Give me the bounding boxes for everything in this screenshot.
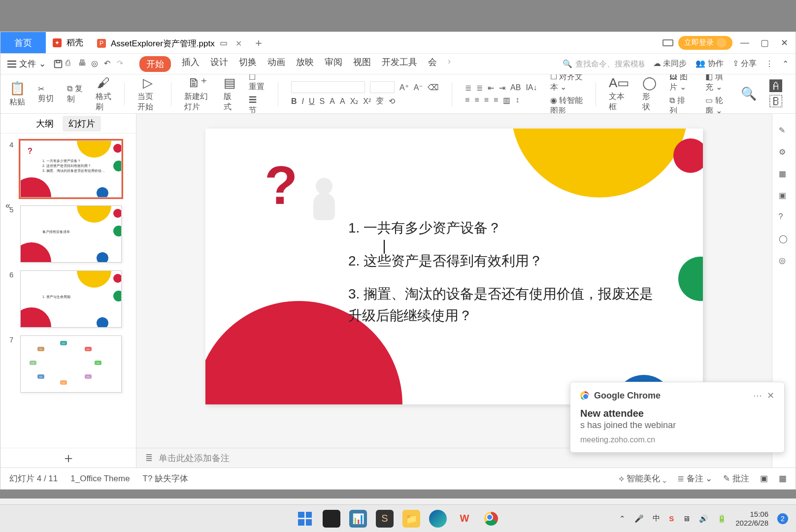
- layout-button[interactable]: ▤ 版式: [224, 75, 236, 112]
- add-slide-button[interactable]: ＋: [0, 448, 136, 467]
- system-clock[interactable]: 15:06 2022/6/28: [735, 510, 768, 528]
- taskbar-app-2[interactable]: 📊: [349, 510, 367, 528]
- save-icon[interactable]: [53, 59, 64, 69]
- paste-group[interactable]: 📋 粘贴: [9, 81, 25, 107]
- tray-sogou-icon[interactable]: S: [669, 514, 674, 523]
- tab-slideshow[interactable]: 放映: [296, 56, 314, 72]
- sorter-view-icon[interactable]: ▦: [779, 473, 787, 484]
- decrease-font-icon[interactable]: A⁻: [414, 83, 423, 92]
- columns-button[interactable]: ▥: [503, 96, 510, 105]
- align-right-button[interactable]: ≡: [484, 96, 489, 104]
- from-current-button[interactable]: ▷ 当页开始: [137, 75, 159, 112]
- thumbnail-list[interactable]: 4 ? 1. 一共有多少资产设备？2. 这些资产是否得到有效利用？3. 搁置、淘…: [0, 133, 136, 448]
- notes-toggle[interactable]: ≣ 备注 ⌄: [677, 473, 712, 484]
- outline-pane-tab[interactable]: 大纲: [36, 118, 54, 130]
- edge-icon[interactable]: [429, 510, 447, 528]
- char-border-button[interactable]: ⟲: [389, 97, 395, 106]
- tab-transition[interactable]: 切换: [239, 56, 257, 72]
- tray-battery-icon[interactable]: 🔋: [717, 514, 727, 523]
- tab-start[interactable]: 开始: [139, 56, 171, 72]
- slides-pane-tab[interactable]: 幻灯片: [63, 116, 101, 132]
- thumbnail-7[interactable]: 7 ▭ ▭ ▭ ▭ ▭ ▭ ▭ ▭: [9, 335, 127, 393]
- maximize-button[interactable]: ▢: [757, 37, 772, 48]
- document-tab[interactable]: P AssetExplorer资产管理.pptx ▭ ✕: [90, 32, 249, 53]
- char-case-button[interactable]: AB: [510, 83, 521, 92]
- clear-format-icon[interactable]: ⌫: [428, 83, 439, 92]
- find-button[interactable]: 🔍: [741, 86, 757, 101]
- font-color-button[interactable]: A: [330, 97, 335, 106]
- normal-view-icon[interactable]: ▣: [760, 473, 768, 484]
- docke-tab[interactable]: ✦ 稻壳: [46, 32, 90, 53]
- notifications-icon[interactable]: 2: [777, 513, 788, 524]
- justify-button[interactable]: ≡: [494, 96, 498, 104]
- increase-font-icon[interactable]: A⁺: [399, 83, 409, 92]
- chrome-notification[interactable]: Google Chrome ⋯ ✕ New attendee s has joi…: [570, 382, 785, 453]
- tray-chevron-icon[interactable]: ⌃: [619, 514, 626, 523]
- taskbar-app-1[interactable]: [323, 510, 340, 528]
- tab-review[interactable]: 审阅: [325, 56, 342, 72]
- thumbnail-5[interactable]: 5 客户持有设备清单: [9, 205, 127, 263]
- shapes-button[interactable]: ◯形状: [642, 75, 657, 112]
- copy-button[interactable]: ⧉ 复制: [67, 84, 83, 104]
- save-as-icon[interactable]: ⎙: [66, 59, 76, 69]
- selection-pane-icon[interactable]: ▣: [779, 191, 790, 201]
- strike-button[interactable]: S: [320, 97, 325, 106]
- animation-pane-icon[interactable]: ▦: [779, 169, 790, 180]
- bold-button[interactable]: B: [291, 97, 297, 106]
- tab-design[interactable]: 设计: [210, 56, 228, 72]
- highlight-button[interactable]: A: [340, 97, 345, 106]
- slide-canvas[interactable]: ? 1. 一共有多少资产设备？ 2. 这些资产是否得到有效利用？ 3. 搁置、淘…: [205, 129, 703, 404]
- tab-meeting[interactable]: 会: [428, 56, 437, 72]
- start-button[interactable]: [296, 510, 314, 528]
- new-tab-button[interactable]: ＋: [249, 32, 268, 53]
- notification-more-icon[interactable]: ⋯: [753, 390, 762, 401]
- textbox-button[interactable]: A▭文本框: [609, 75, 630, 112]
- present-icon[interactable]: ▭: [220, 38, 231, 49]
- reset-button[interactable]: ☐ 重置: [249, 74, 265, 92]
- numbering-button[interactable]: ≣: [476, 83, 483, 93]
- superscript-button[interactable]: X²: [363, 97, 371, 106]
- align-text-button[interactable]: ☐ 对齐文本 ⌄: [550, 74, 583, 93]
- italic-button[interactable]: I: [302, 97, 304, 106]
- format-painter-button[interactable]: 🖌 格式刷: [96, 75, 111, 112]
- wps-icon[interactable]: W: [456, 510, 473, 528]
- collapse-pane-icon[interactable]: «: [5, 200, 10, 211]
- file-menu[interactable]: 文件 ⌄: [7, 58, 46, 69]
- print-preview-icon[interactable]: ◎: [91, 59, 102, 69]
- collapse-ribbon-icon[interactable]: ⌃: [782, 59, 789, 68]
- notification-close-icon[interactable]: ✕: [767, 390, 774, 401]
- undo-icon[interactable]: ↶: [104, 59, 115, 69]
- sync-status[interactable]: ☁ 未同步: [653, 59, 687, 69]
- fill-button[interactable]: ◧ 填充 ⌄: [705, 74, 728, 93]
- smart-shape-button[interactable]: ◉ 转智能图形: [550, 96, 583, 114]
- line-spacing-button[interactable]: ↕: [515, 96, 519, 104]
- pictures-button[interactable]: 🖼 图片 ⌄: [669, 74, 693, 93]
- chrome-taskbar-icon[interactable]: [482, 510, 500, 528]
- tab-view[interactable]: 视图: [353, 56, 371, 72]
- collab-button[interactable]: 👥 协作: [696, 59, 723, 69]
- text-direction-button[interactable]: IA↓: [526, 83, 537, 92]
- phonetic-button[interactable]: 变: [376, 96, 384, 106]
- home-tab[interactable]: 首页: [0, 32, 46, 53]
- indent-more-button[interactable]: ⇥: [499, 83, 505, 93]
- design-ideas-icon[interactable]: ✎: [779, 126, 790, 136]
- settings-sliders-icon[interactable]: ⚙: [779, 147, 790, 158]
- tabs-overflow-icon[interactable]: ›: [448, 56, 451, 72]
- cut-button[interactable]: ✂ 剪切: [38, 84, 54, 104]
- beautify-button[interactable]: ⟡ 智能美化 ⌄: [619, 473, 666, 484]
- taskbar-app-3[interactable]: S: [376, 510, 394, 528]
- comments-toggle[interactable]: ✎ 批注: [723, 473, 749, 484]
- underline-button[interactable]: U: [309, 97, 315, 106]
- share-button[interactable]: ⇪ 分享: [732, 59, 757, 69]
- subscript-button[interactable]: X₂: [350, 97, 359, 106]
- search-input[interactable]: [575, 60, 644, 68]
- bullets-button[interactable]: ≣: [465, 83, 471, 93]
- print-icon[interactable]: 🖶: [78, 59, 89, 69]
- close-tab-icon[interactable]: ✕: [235, 39, 242, 48]
- thumbnail-6[interactable]: 6 1. 资产与生命周期: [9, 270, 127, 328]
- resources-icon[interactable]: ◯: [779, 234, 790, 245]
- font-controls[interactable]: A⁺ A⁻ ⌫: [291, 81, 439, 93]
- missing-font-warning[interactable]: T? 缺失字体: [143, 473, 189, 484]
- tab-animation[interactable]: 动画: [267, 56, 285, 72]
- slide-body-text[interactable]: 1. 一共有多少资产设备？ 2. 这些资产是否得到有效利用？ 3. 搁置、淘汰的…: [348, 217, 663, 338]
